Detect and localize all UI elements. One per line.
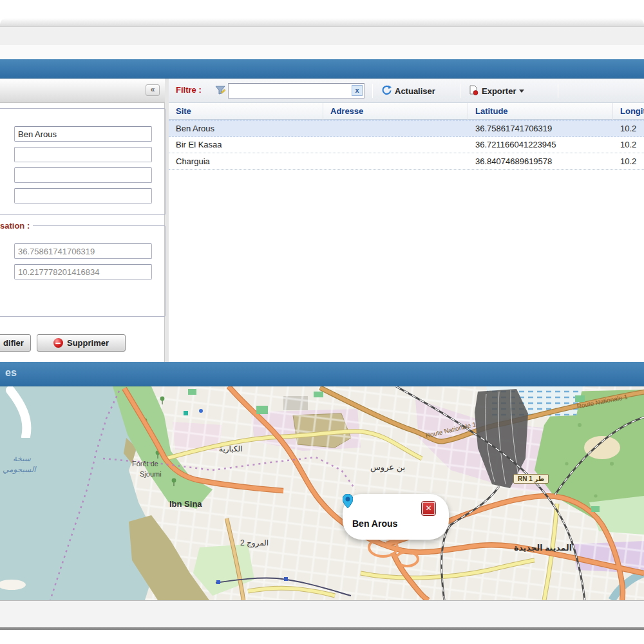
- app-header-bar: [0, 59, 644, 79]
- actualiser-label: Actualiser: [395, 86, 435, 96]
- filter-input[interactable]: [228, 83, 365, 99]
- refresh-icon: [381, 85, 392, 97]
- toolbar-separator: [372, 84, 373, 98]
- cell-latitude: 36.75861741706319: [475, 120, 552, 137]
- mourouj-label: المروج 2: [240, 538, 269, 547]
- site-detail-panel: « sation : difier Supprimer: [0, 79, 165, 362]
- map-graphics: [0, 386, 644, 600]
- window-top-edge: [0, 18, 644, 27]
- collapse-panel-button[interactable]: «: [146, 84, 160, 96]
- cell-latitude: 36.721166041223945: [475, 137, 556, 153]
- caret-down-icon: [519, 90, 524, 93]
- table-row[interactable]: Ben Arous 36.75861741706319 10.2: [169, 120, 644, 137]
- site-name-field[interactable]: [14, 126, 152, 142]
- water-label-line2: السيجومي: [3, 465, 36, 474]
- cell-longitude: 10.2: [620, 153, 636, 169]
- map-canvas[interactable]: سبخة السيجومي Forêt de Sjoumi Ibn Sina ا…: [0, 386, 644, 600]
- cell-longitude: 10.2: [620, 137, 636, 153]
- map-popup: ✕ Ben Arous: [343, 494, 449, 540]
- map-section-header: es: [0, 362, 644, 386]
- clear-filter-button[interactable]: x: [352, 85, 363, 96]
- status-bar: [0, 600, 644, 627]
- cell-site: Bir El Kasaa: [176, 137, 222, 153]
- cell-latitude: 36.84074689619578: [475, 153, 552, 169]
- grid-toolbar: Filtre : x: [169, 79, 644, 103]
- main-content: « sation : difier Supprimer Filtre :: [0, 79, 644, 362]
- longitude-field[interactable]: [14, 264, 152, 279]
- cell-site: Ben Arous: [176, 120, 214, 137]
- window-chrome: [0, 27, 644, 45]
- localisation-legend: sation :: [0, 221, 33, 231]
- table-row[interactable]: Charguia 36.84074689619578 10.2: [169, 153, 644, 170]
- table-row[interactable]: Bir El Kasaa 36.721166041223945 10.2: [169, 137, 644, 153]
- site-field-3[interactable]: [14, 167, 152, 183]
- exporter-label: Exporter: [482, 86, 516, 96]
- medina-jadida-label: المدينة الجديدة: [514, 543, 572, 553]
- ben-arous-arabic-label: بن عروس: [370, 462, 405, 472]
- kabaria-label: الكبارية: [219, 444, 242, 453]
- forest-label-line1: Forêt de: [132, 460, 158, 468]
- toolbar-separator: [460, 84, 460, 98]
- marker-pin-icon: [343, 494, 353, 508]
- modifier-button-label: difier: [3, 338, 24, 348]
- popup-tail: [0, 386, 39, 438]
- map-section-title: es: [5, 367, 17, 379]
- actualiser-button[interactable]: Actualiser: [379, 84, 438, 98]
- app-window: « sation : difier Supprimer Filtre :: [0, 0, 644, 644]
- delete-sphere-icon: [53, 338, 63, 348]
- window-bottom-edge: [0, 627, 644, 630]
- column-header-site[interactable]: Site: [169, 103, 323, 120]
- column-header-longitude[interactable]: Longitude: [613, 103, 644, 120]
- window-chrome-inner: [0, 45, 644, 59]
- latitude-field[interactable]: [14, 243, 152, 259]
- water-label-line1: سبخة: [13, 454, 31, 463]
- toolbar-separator: [558, 84, 558, 98]
- site-field-2[interactable]: [14, 147, 152, 162]
- filter-label: Filtre :: [176, 85, 202, 95]
- supprimer-button[interactable]: Supprimer: [37, 334, 126, 352]
- sites-grid-panel: Filtre : x: [169, 79, 644, 362]
- cell-longitude: 10.2: [620, 120, 636, 137]
- ibn-sina-label: Ibn Sina: [169, 499, 202, 509]
- supprimer-button-label: Supprimer: [67, 338, 109, 348]
- popup-close-button[interactable]: ✕: [421, 501, 436, 516]
- funnel-icon: [215, 85, 225, 98]
- exporter-button[interactable]: Exporter: [466, 84, 527, 98]
- column-header-adresse[interactable]: Adresse: [323, 103, 468, 120]
- grid-header-row: Site Adresse Latitude Longitude: [169, 103, 644, 120]
- popup-title: Ben Arous: [352, 518, 397, 529]
- modifier-button[interactable]: difier: [0, 334, 31, 352]
- panel-header: [0, 79, 165, 103]
- rn1-road-badge: RN 1 طر: [513, 474, 549, 484]
- forest-label-line2: Sjoumi: [140, 470, 162, 478]
- cell-site: Charguia: [176, 153, 210, 169]
- site-field-4[interactable]: [14, 188, 152, 204]
- export-icon: [469, 85, 478, 97]
- column-header-latitude[interactable]: Latitude: [468, 103, 613, 120]
